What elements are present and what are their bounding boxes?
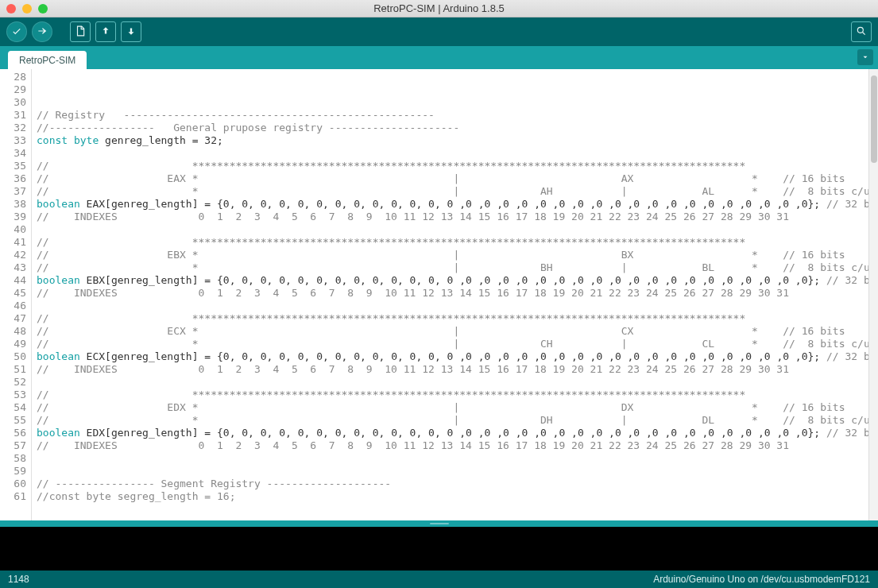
code-area[interactable]: // Registry ----------------------------… <box>32 69 868 520</box>
window-controls <box>6 4 48 14</box>
maximize-window-button[interactable] <box>38 4 48 14</box>
statusbar: 1148 Arduino/Genuino Uno on /dev/cu.usbm… <box>0 571 878 588</box>
status-line-number: 1148 <box>8 574 29 585</box>
close-window-button[interactable] <box>6 4 16 14</box>
window-title: RetroPC-SIM | Arduino 1.8.5 <box>373 2 505 14</box>
scrollbar-thumb[interactable] <box>871 75 877 163</box>
upload-button[interactable] <box>32 21 52 42</box>
arrow-down-icon <box>126 25 137 39</box>
tab-active[interactable]: RetroPC-SIM <box>8 51 87 69</box>
minimize-window-button[interactable] <box>22 4 32 14</box>
open-sketch-button[interactable] <box>95 21 116 42</box>
vertical-scrollbar[interactable] <box>868 69 878 520</box>
line-number-gutter: 2829303132333435363738394041424344454647… <box>0 69 32 520</box>
editor[interactable]: 2829303132333435363738394041424344454647… <box>0 69 878 520</box>
svg-point-0 <box>857 27 863 33</box>
arrow-up-icon <box>100 25 111 39</box>
serial-monitor-button[interactable] <box>851 21 872 42</box>
file-icon <box>75 25 86 39</box>
magnifier-icon <box>856 25 867 39</box>
console-output[interactable] <box>0 527 878 571</box>
toolbar <box>0 17 878 46</box>
save-sketch-button[interactable] <box>121 21 141 42</box>
tab-menu-button[interactable] <box>857 49 873 65</box>
tabbar: RetroPC-SIM <box>0 46 878 69</box>
arrow-right-icon <box>37 25 48 39</box>
verify-button[interactable] <box>6 21 27 42</box>
titlebar: RetroPC-SIM | Arduino 1.8.5 <box>0 0 878 17</box>
status-board-port: Arduino/Genuino Uno on /dev/cu.usbmodemF… <box>653 574 870 585</box>
panel-divider[interactable] <box>0 520 878 527</box>
chevron-down-icon <box>861 52 869 64</box>
new-sketch-button[interactable] <box>70 21 91 42</box>
check-icon <box>11 25 22 39</box>
